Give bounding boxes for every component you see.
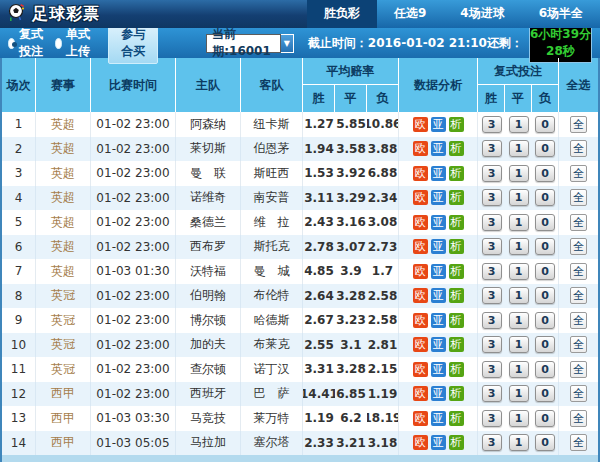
asia-odds-icon[interactable]: 亚 [431, 313, 446, 328]
bet-draw-button[interactable]: 1 [509, 361, 529, 378]
europe-odds-icon[interactable]: 欧 [413, 313, 428, 328]
analysis-icon[interactable]: 析 [449, 117, 464, 132]
asia-odds-icon[interactable]: 亚 [431, 141, 446, 156]
bet-draw-button[interactable]: 1 [509, 287, 529, 304]
bet-draw-button[interactable]: 1 [509, 410, 529, 427]
bet-lose-button[interactable]: 0 [535, 336, 555, 353]
bet-win-button[interactable]: 3 [482, 287, 502, 304]
analysis-icon[interactable]: 析 [449, 288, 464, 303]
bet-draw-button[interactable]: 1 [509, 189, 529, 206]
asia-odds-icon[interactable]: 亚 [431, 239, 446, 254]
analysis-icon[interactable]: 析 [449, 313, 464, 328]
bet-draw-button[interactable]: 1 [509, 214, 529, 231]
tab-4-match-goals[interactable]: 4场进球 [443, 0, 521, 28]
asia-odds-icon[interactable]: 亚 [431, 362, 446, 377]
period-select[interactable]: 当前期:16001 ▼ [206, 34, 294, 53]
select-all-row-button[interactable]: 全 [570, 336, 587, 353]
europe-odds-icon[interactable]: 欧 [413, 117, 428, 132]
analysis-icon[interactable]: 析 [449, 190, 464, 205]
asia-odds-icon[interactable]: 亚 [431, 411, 446, 426]
asia-odds-icon[interactable]: 亚 [431, 288, 446, 303]
bet-lose-button[interactable]: 0 [535, 140, 555, 157]
chevron-down-icon[interactable]: ▼ [281, 34, 294, 53]
europe-odds-icon[interactable]: 欧 [413, 435, 428, 450]
bet-lose-button[interactable]: 0 [535, 385, 555, 402]
analysis-icon[interactable]: 析 [449, 264, 464, 279]
bet-draw-button[interactable]: 1 [509, 312, 529, 329]
analysis-icon[interactable]: 析 [449, 166, 464, 181]
analysis-icon[interactable]: 析 [449, 411, 464, 426]
bet-win-button[interactable]: 3 [482, 312, 502, 329]
analysis-icon[interactable]: 析 [449, 362, 464, 377]
analysis-icon[interactable]: 析 [449, 239, 464, 254]
tab-pick9[interactable]: 任选9 [377, 0, 443, 28]
bet-win-button[interactable]: 3 [482, 263, 502, 280]
bet-lose-button[interactable]: 0 [535, 189, 555, 206]
multiple-bet-radio-group[interactable]: 复式投注 [8, 26, 45, 60]
select-all-row-button[interactable]: 全 [570, 385, 587, 402]
europe-odds-icon[interactable]: 欧 [413, 215, 428, 230]
bet-lose-button[interactable]: 0 [535, 434, 555, 451]
asia-odds-icon[interactable]: 亚 [431, 215, 446, 230]
multiple-bet-radio[interactable] [8, 38, 15, 49]
analysis-icon[interactable]: 析 [449, 337, 464, 352]
bet-draw-button[interactable]: 1 [509, 238, 529, 255]
bet-win-button[interactable]: 3 [482, 336, 502, 353]
tab-win-draw-lose[interactable]: 胜负彩 [307, 0, 377, 28]
bet-lose-button[interactable]: 0 [535, 410, 555, 427]
multiple-bet-label[interactable]: 复式投注 [19, 26, 45, 60]
europe-odds-icon[interactable]: 欧 [413, 264, 428, 279]
bet-lose-button[interactable]: 0 [535, 214, 555, 231]
bet-lose-button[interactable]: 0 [535, 165, 555, 182]
bet-lose-button[interactable]: 0 [535, 361, 555, 378]
select-all-row-button[interactable]: 全 [570, 116, 587, 133]
europe-odds-icon[interactable]: 欧 [413, 288, 428, 303]
select-all-row-button[interactable]: 全 [570, 214, 587, 231]
asia-odds-icon[interactable]: 亚 [431, 386, 446, 401]
asia-odds-icon[interactable]: 亚 [431, 435, 446, 450]
bet-win-button[interactable]: 3 [482, 214, 502, 231]
select-all-row-button[interactable]: 全 [570, 140, 587, 157]
bet-win-button[interactable]: 3 [482, 434, 502, 451]
bet-win-button[interactable]: 3 [482, 165, 502, 182]
analysis-icon[interactable]: 析 [449, 435, 464, 450]
single-upload-radio-group[interactable]: 单式上传 [55, 26, 92, 60]
europe-odds-icon[interactable]: 欧 [413, 239, 428, 254]
single-upload-radio[interactable] [55, 38, 62, 49]
europe-odds-icon[interactable]: 欧 [413, 362, 428, 377]
bet-lose-button[interactable]: 0 [535, 287, 555, 304]
bet-win-button[interactable]: 3 [482, 140, 502, 157]
bet-win-button[interactable]: 3 [482, 410, 502, 427]
europe-odds-icon[interactable]: 欧 [413, 386, 428, 401]
bet-draw-button[interactable]: 1 [509, 336, 529, 353]
asia-odds-icon[interactable]: 亚 [431, 264, 446, 279]
bet-draw-button[interactable]: 1 [509, 385, 529, 402]
europe-odds-icon[interactable]: 欧 [413, 166, 428, 181]
bet-win-button[interactable]: 3 [482, 189, 502, 206]
bet-draw-button[interactable]: 1 [509, 140, 529, 157]
tab-6-match-half-full[interactable]: 6场半全 [522, 0, 600, 28]
europe-odds-icon[interactable]: 欧 [413, 141, 428, 156]
bet-lose-button[interactable]: 0 [535, 312, 555, 329]
select-all-row-button[interactable]: 全 [570, 434, 587, 451]
bet-draw-button[interactable]: 1 [509, 116, 529, 133]
europe-odds-icon[interactable]: 欧 [413, 411, 428, 426]
bet-draw-button[interactable]: 1 [509, 165, 529, 182]
bet-lose-button[interactable]: 0 [535, 263, 555, 280]
single-upload-label[interactable]: 单式上传 [66, 26, 92, 60]
europe-odds-icon[interactable]: 欧 [413, 337, 428, 352]
bet-win-button[interactable]: 3 [482, 385, 502, 402]
select-all-row-button[interactable]: 全 [570, 312, 587, 329]
analysis-icon[interactable]: 析 [449, 215, 464, 230]
select-all-row-button[interactable]: 全 [570, 287, 587, 304]
bet-win-button[interactable]: 3 [482, 238, 502, 255]
select-all-row-button[interactable]: 全 [570, 410, 587, 427]
bet-lose-button[interactable]: 0 [535, 116, 555, 133]
period-select-value[interactable]: 当前期:16001 [206, 34, 280, 53]
analysis-icon[interactable]: 析 [449, 141, 464, 156]
asia-odds-icon[interactable]: 亚 [431, 166, 446, 181]
select-all-row-button[interactable]: 全 [570, 238, 587, 255]
bet-lose-button[interactable]: 0 [535, 238, 555, 255]
select-all-row-button[interactable]: 全 [570, 189, 587, 206]
select-all-row-button[interactable]: 全 [570, 263, 587, 280]
